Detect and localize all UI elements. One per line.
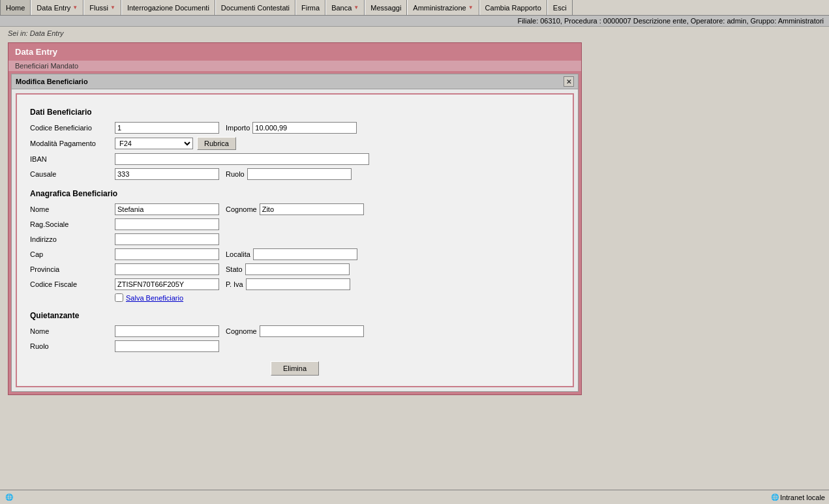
nav-arrow-amministrazione: ▼ [468,5,474,10]
nav-item-documenti-contestati[interactable]: Documenti Contestati [215,0,295,15]
provincia-input[interactable] [115,263,219,275]
indirizzo-row: Indirizzo [30,233,560,245]
nav-item-flussi[interactable]: Flussi▼ [83,0,121,15]
panel-subtitle: Beneficiari Mandato [15,62,78,70]
nav-item-cambia-rapporto[interactable]: Cambia Rapporto [479,0,547,15]
breadcrumb-text: Sei in: Data Entry [8,29,64,37]
data-entry-panel: Data Entry Beneficiari Mandato Modifica … [8,42,582,395]
quietanzante-nome-cognome-row: Nome Cognome [30,325,560,337]
status-left: 🌐 [4,492,14,503]
codice-fiscale-piva-row: Codice Fiscale P. Iva [30,278,560,290]
nav-item-banca[interactable]: Banca▼ [325,0,365,15]
stato-label: Stato [226,265,243,273]
nav-item-interrogazione-documenti[interactable]: Interrogazione Documenti [121,0,215,15]
modalita-pagamento-label: Modalità Pagamento [30,140,115,147]
salva-beneficiario-label[interactable]: Salva Beneficiario [126,294,183,302]
causale-input[interactable] [115,168,219,180]
navigation-bar: HomeData Entry▼Flussi▼Interrogazione Doc… [0,0,829,16]
codice-fiscale-label: Codice Fiscale [30,280,115,288]
section-quietanzante-title: Quietanzante [30,311,560,320]
dialog-body: Dati Beneficiario Codice Beneficiario Im… [16,93,574,387]
rag-sociale-row: Rag.Sociale [30,218,560,230]
section-dati-beneficiario-title: Dati Beneficiario [30,108,560,117]
intranet-label: Intranet locale [780,494,825,501]
main-content: Data Entry Beneficiari Mandato Modifica … [0,40,829,398]
quietanzante-ruolo-label: Ruolo [30,342,115,350]
dialog-title: Modifica Beneficiario [16,78,88,85]
quietanzante-nome-input[interactable] [115,325,219,337]
nome-cognome-row: Nome Cognome [30,203,560,215]
nav-item-data-entry[interactable]: Data Entry▼ [31,0,83,15]
causale-ruolo-row: Causale Ruolo [30,168,560,180]
importo-input[interactable] [252,122,357,134]
nav-item-esci[interactable]: Esci [547,0,573,15]
nav-item-firma[interactable]: Firma [295,0,325,15]
quietanzante-ruolo-row: Ruolo [30,340,560,352]
nav-arrow-banca: ▼ [354,5,359,10]
modalita-pagamento-row: Modalità Pagamento F24 Bonifico Assegno … [30,137,560,150]
nav-arrow-flussi: ▼ [110,5,115,10]
status-right: 🌐 Intranet locale [770,492,825,503]
stato-input[interactable] [245,263,350,275]
ruolo-label: Ruolo [226,170,245,178]
status-bar: 🌐 🌐 Intranet locale [0,490,829,504]
cap-label: Cap [30,250,115,258]
localita-label: Localita [226,250,250,258]
salva-beneficiario-checkbox[interactable] [115,293,123,302]
session-info: Filiale: 06310, Procedura : 0000007 Desc… [517,17,824,25]
quietanzante-cognome-input[interactable] [260,325,364,337]
ruolo-input[interactable] [247,168,352,180]
cap-localita-row: Cap Localita [30,248,560,260]
codice-fiscale-input[interactable] [115,278,219,290]
causale-label: Causale [30,170,115,178]
data-entry-header: Data Entry [8,43,581,61]
codice-beneficiario-row: Codice Beneficiario Importo [30,122,560,134]
quietanzante-nome-label: Nome [30,327,115,335]
info-bar: Filiale: 06310, Procedura : 0000007 Desc… [0,16,829,27]
rag-sociale-label: Rag.Sociale [30,220,115,228]
breadcrumb: Sei in: Data Entry [0,27,829,40]
rag-sociale-input[interactable] [115,218,219,230]
p-iva-label: P. Iva [226,280,243,288]
codice-beneficiario-input[interactable] [115,122,219,134]
provincia-stato-row: Provincia Stato [30,263,560,275]
localita-input[interactable] [253,248,357,260]
section-anagrafica-title: Anagrafica Beneficiario [30,189,560,198]
iban-input[interactable] [115,153,369,165]
modifica-beneficiario-dialog: Modifica Beneficiario ✕ Dati Beneficiari… [11,74,579,392]
codice-beneficiario-label: Codice Beneficiario [30,124,115,132]
panel-title: Data Entry [15,47,57,57]
nav-arrow-data-entry: ▼ [72,5,78,10]
p-iva-input[interactable] [246,278,350,290]
modalita-pagamento-select[interactable]: F24 Bonifico Assegno [115,138,193,149]
nav-item-messaggi[interactable]: Messaggi [365,0,407,15]
dialog-close-button[interactable]: ✕ [564,76,574,87]
nome-label: Nome [30,205,115,213]
quietanzante-ruolo-input[interactable] [115,340,219,352]
salva-beneficiario-row: Salva Beneficiario [115,293,560,302]
nav-item-amministrazione[interactable]: Amministrazione▼ [407,0,479,15]
indirizzo-input[interactable] [115,233,219,245]
intranet-icon: 🌐 [770,492,780,503]
indirizzo-label: Indirizzo [30,235,115,243]
cognome-label: Cognome [226,205,257,213]
dialog-titlebar: Modifica Beneficiario ✕ [12,74,578,89]
quietanzante-cognome-label: Cognome [226,327,257,335]
nome-input[interactable] [115,203,219,215]
elimina-button[interactable]: Elimina [271,361,319,376]
iban-label: IBAN [30,155,115,163]
cap-input[interactable] [115,248,219,260]
rubrica-button[interactable]: Rubrica [197,137,236,150]
page-icon: 🌐 [4,492,14,503]
data-entry-subheader: Beneficiari Mandato [8,61,581,71]
cognome-input[interactable] [260,203,364,215]
iban-row: IBAN [30,153,560,165]
importo-label: Importo [226,124,250,132]
provincia-label: Provincia [30,265,115,273]
nav-item-home[interactable]: Home [0,0,31,15]
